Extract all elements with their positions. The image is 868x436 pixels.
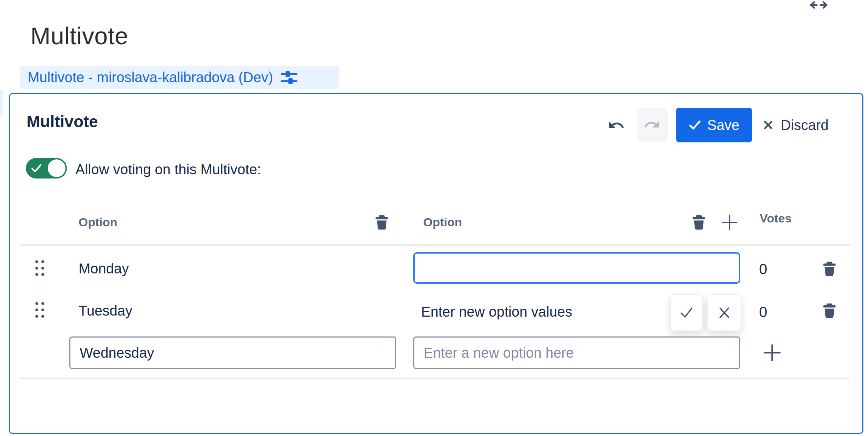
- undo-arrow-icon: [608, 117, 626, 135]
- add-column-button[interactable]: [720, 213, 739, 232]
- close-icon: [763, 120, 774, 130]
- new-option-left-input[interactable]: [69, 336, 396, 369]
- column-header-option-right: Option: [423, 215, 462, 229]
- row-drag-handle[interactable]: [35, 260, 45, 277]
- trash-icon: [822, 302, 837, 319]
- macro-chip[interactable]: Multivote - miroslava-kalibradova (Dev): [20, 66, 339, 89]
- add-row-button[interactable]: [762, 343, 782, 363]
- toggle-check-icon: [30, 162, 43, 176]
- resize-horizontal-icon[interactable]: [808, 0, 829, 16]
- trash-icon: [822, 261, 837, 277]
- discard-button[interactable]: Discard: [761, 113, 831, 137]
- option-cell: Monday: [79, 261, 129, 277]
- column-header-votes: Votes: [760, 211, 792, 225]
- page-title: Multivote: [30, 22, 128, 50]
- close-icon: [717, 305, 731, 321]
- cancel-edit-button[interactable]: [707, 294, 741, 331]
- delete-row-button[interactable]: [821, 302, 838, 319]
- trash-icon: [691, 214, 707, 231]
- editor-title: Multivote: [27, 112, 98, 131]
- allow-voting-toggle[interactable]: [26, 158, 67, 179]
- option-edit-input-focused[interactable]: [413, 252, 740, 284]
- editor-gutter-handle: [0, 90, 3, 117]
- table-divider-top: [20, 244, 850, 246]
- allow-voting-label: Allow voting on this Multivote:: [75, 162, 261, 177]
- macro-chip-label: Multivote - miroslava-kalibradova (Dev): [28, 69, 273, 85]
- confirm-edit-button[interactable]: [670, 294, 703, 331]
- check-icon: [678, 305, 695, 320]
- option-cell: Tuesday: [79, 303, 132, 319]
- delete-row-button[interactable]: [821, 260, 838, 277]
- toggle-knob: [48, 159, 65, 177]
- redo-arrow-icon: [643, 116, 662, 135]
- redo-button[interactable]: [637, 108, 668, 142]
- edit-hint-text: Enter new option values: [421, 304, 572, 320]
- save-button-label: Save: [707, 117, 739, 133]
- votes-cell: 0: [759, 304, 767, 321]
- new-option-right-input[interactable]: [413, 336, 740, 369]
- votes-cell: 0: [759, 261, 767, 278]
- plus-icon: [720, 213, 739, 232]
- undo-button[interactable]: [607, 115, 628, 137]
- plus-icon: [762, 343, 782, 363]
- trash-icon: [374, 214, 390, 231]
- save-button[interactable]: Save: [676, 108, 752, 142]
- table-divider-bottom: [20, 378, 850, 379]
- check-icon: [689, 120, 701, 130]
- column-header-option-left: Option: [79, 215, 117, 229]
- row-drag-handle[interactable]: [35, 302, 45, 319]
- sliders-icon: [280, 69, 298, 86]
- discard-button-label: Discard: [781, 117, 829, 133]
- delete-column-left-button[interactable]: [373, 214, 390, 231]
- delete-column-right-button[interactable]: [690, 214, 707, 231]
